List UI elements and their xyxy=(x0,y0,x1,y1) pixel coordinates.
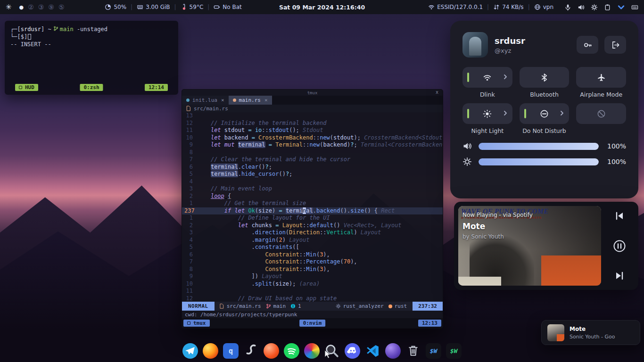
notification-body: Sonic Youth - Goo xyxy=(570,334,615,340)
dock-spotify-icon[interactable] xyxy=(284,343,299,359)
hud-session-pill[interactable]: HUD xyxy=(15,84,38,91)
shell-prompt-line2: └─[$] xyxy=(10,33,173,41)
hud-terminal-window[interactable]: ┌─[srdusr] ~main -unstaged └─[$] -- INSE… xyxy=(5,21,178,95)
temperature: 59°C xyxy=(181,4,204,10)
dock-sw-green-icon[interactable]: $W xyxy=(446,343,462,359)
keyboard-tray-icon[interactable] xyxy=(631,4,638,11)
code-line: 10 .split(size); (area) xyxy=(182,280,443,288)
clock[interactable]: Sat 09 Mar 2024 12:16:40 xyxy=(279,4,365,11)
temp-icon xyxy=(181,4,187,10)
microphone-icon xyxy=(564,4,571,11)
notification-thumbnail xyxy=(547,324,564,341)
tab-init.lua[interactable]: init.lua× xyxy=(182,96,229,105)
code-line: 6 terminal.clear()?; xyxy=(182,164,443,171)
dock-discord-icon[interactable] xyxy=(345,343,360,359)
volume-icon xyxy=(462,141,472,151)
microphone-icon[interactable] xyxy=(564,4,571,11)
network-stats: ESSID/127.0.0.1|74 KB/s|vpn xyxy=(428,4,553,10)
logout-button[interactable] xyxy=(604,36,626,54)
dock-trash-icon[interactable] xyxy=(405,343,421,359)
speaker-icon[interactable] xyxy=(578,4,585,11)
info-icon xyxy=(290,304,296,309)
dock-firefox-icon[interactable] xyxy=(203,343,218,359)
code-line: 11 xyxy=(182,288,443,295)
file-icon xyxy=(186,106,191,111)
brightness-fill xyxy=(479,158,599,165)
user-header: srdusr @xyz xyxy=(462,32,626,58)
toggle-empty[interactable] xyxy=(576,103,626,124)
code-line: 3 .direction(Direction::Vertical) Layout xyxy=(182,229,443,237)
workspace-indicator[interactable]: ③ xyxy=(38,3,44,11)
volume-slider[interactable] xyxy=(479,143,599,150)
dock-qutebrowser-icon[interactable]: q xyxy=(223,343,239,359)
cursor-position: 237:32 xyxy=(413,302,443,311)
workspace-current[interactable]: ● xyxy=(19,4,24,10)
brightness-slider[interactable] xyxy=(479,158,599,165)
toggle-do-not-disturb[interactable] xyxy=(520,103,570,124)
keyboard-tray-icon xyxy=(631,4,638,11)
tab-close-button[interactable]: × xyxy=(221,97,224,103)
code-line: 1 // Get the terminal size xyxy=(182,200,443,207)
next-track-button[interactable] xyxy=(614,271,625,281)
file-icon xyxy=(219,304,224,309)
media-notification[interactable]: Mote Sonic Youth - Goo xyxy=(541,320,640,345)
previous-track-button[interactable] xyxy=(614,211,625,221)
tab-close-button[interactable]: × xyxy=(264,97,268,103)
launcher-logo-icon[interactable]: ✳ xyxy=(6,3,12,11)
dock-wave-app-icon[interactable] xyxy=(243,343,259,359)
dock-sw-blue-icon[interactable]: $W xyxy=(426,343,441,359)
terminal-cursor xyxy=(28,34,31,40)
dock-vscode-icon[interactable] xyxy=(365,343,380,359)
settings-icon[interactable] xyxy=(591,4,598,11)
battery-status: No Bat xyxy=(214,4,241,10)
shell-username: srdusr xyxy=(21,26,41,33)
workspace-indicator[interactable]: ⑤ xyxy=(58,3,65,11)
avatar xyxy=(462,32,488,58)
git-branch-icon xyxy=(266,304,271,309)
active-indicator xyxy=(524,109,526,118)
code-line: 9 ]) Layout xyxy=(182,273,443,280)
window-close-button[interactable]: x xyxy=(436,90,438,95)
code-buffer[interactable]: 1312 // Initialize the terminal backend1… xyxy=(182,112,443,302)
code-line: 10 let backend = CrosstermBackend::new(s… xyxy=(182,134,443,142)
cpu-usage: 50% xyxy=(105,4,126,10)
workspace-indicator[interactable]: ⑨ xyxy=(48,3,54,11)
dock-telegram-icon[interactable] xyxy=(182,343,198,359)
dock-purple-ball-app-icon[interactable] xyxy=(385,343,401,359)
tab-main.rs[interactable]: main.rs× xyxy=(229,96,272,105)
code-line: 7 // Clear the terminal and hide the cur… xyxy=(182,156,443,164)
toggle-label: Do Not Disturb xyxy=(520,127,570,135)
control-center-panel: srdusr @xyz DlinkBluetoothAirplane ModeN… xyxy=(450,21,638,198)
workspace-indicator[interactable]: ② xyxy=(28,3,34,11)
dock-color-wheel-app-icon[interactable] xyxy=(304,343,320,359)
toggle-bluetooth[interactable] xyxy=(520,67,570,88)
toggle-dlink[interactable] xyxy=(462,67,512,88)
code-line-current: 237 if let Ok(size) = terminal.backend()… xyxy=(182,207,443,215)
separator: | xyxy=(174,4,176,10)
toggle-airplane-mode[interactable] xyxy=(576,67,626,88)
code-line: 8 xyxy=(182,149,443,156)
nvim-statusline: NORMAL src/main.rs main 1 rust_analyzer … xyxy=(182,302,443,311)
tmux-session-pill[interactable]: tmux xyxy=(183,320,210,327)
chevron-down-icon[interactable] xyxy=(617,3,625,11)
git-branch-icon xyxy=(53,26,58,31)
code-line: 12 // Draw UI based on app state xyxy=(182,295,443,302)
pause-icon xyxy=(612,239,627,253)
hud-window-pill[interactable]: 0:zsh xyxy=(80,84,103,91)
play-pause-button[interactable] xyxy=(612,239,627,253)
memory-usage: 3.00 GiB xyxy=(137,4,170,10)
keyring-button[interactable] xyxy=(577,36,598,54)
code-line: 4 xyxy=(182,178,443,186)
wifi-icon xyxy=(428,4,435,10)
clipboard-icon[interactable] xyxy=(604,4,611,11)
window-icon xyxy=(187,321,190,325)
clipboard-icon xyxy=(604,4,611,11)
tmux-editor-window[interactable]: tmux x init.lua×main.rs× src/main.rs 131… xyxy=(182,89,443,329)
statusline-filename: src/main.rs xyxy=(219,303,261,309)
volume-row: 100% xyxy=(462,141,626,151)
tmux-window-pill[interactable]: 0:nvim xyxy=(299,320,326,327)
dock-orange-ball-app-icon[interactable] xyxy=(264,343,279,359)
battery-icon xyxy=(214,4,220,10)
toggle-night-light[interactable] xyxy=(462,103,512,124)
network-essid: ESSID/127.0.0.1 xyxy=(428,4,483,10)
